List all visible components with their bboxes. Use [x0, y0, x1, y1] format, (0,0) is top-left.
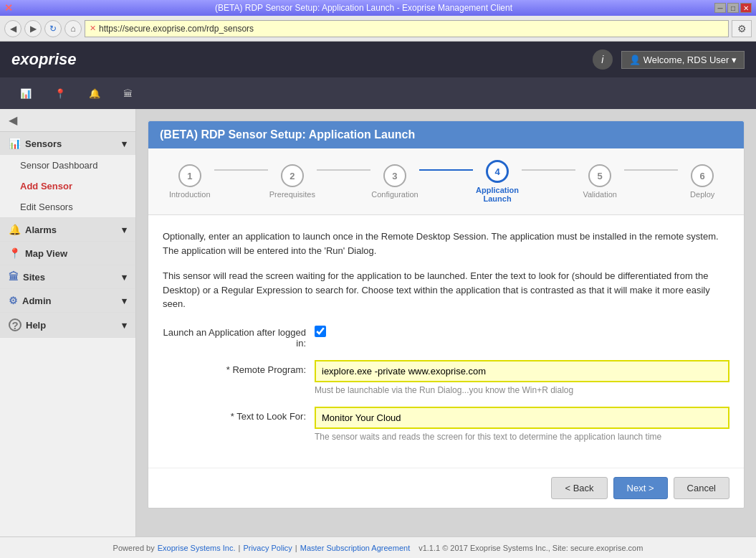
footer-separator-1: |: [239, 544, 241, 552]
forward-button[interactable]: ▶: [24, 20, 42, 37]
sidebar-section-sensors: 📊 Sensors ▾ Sensor Dashboard Add Sensor …: [0, 132, 135, 218]
footer-agreement-link[interactable]: Master Subscription Agreement: [300, 544, 410, 552]
nav-tab-alerts[interactable]: 🔔: [80, 84, 109, 103]
step-line-5-6: [624, 169, 679, 171]
sidebar-section-alarms: 🔔 Alarms ▾: [0, 218, 135, 242]
logo: exoprise: [11, 50, 77, 69]
chevron-sensors-icon: ▾: [122, 138, 127, 149]
step-3-circle: 3: [383, 164, 406, 187]
step-5-circle: 5: [588, 164, 611, 187]
close-button[interactable]: ✕: [740, 3, 752, 13]
step-4-circle: 4: [486, 160, 509, 183]
step-1[interactable]: 1 Introduction: [163, 164, 217, 199]
url-icon: ✕: [90, 24, 96, 33]
next-button[interactable]: Next >: [613, 477, 668, 499]
user-label: Welcome, RDS User ▾: [643, 55, 737, 65]
step-6-circle: 6: [691, 164, 714, 187]
step-line-3-4: [419, 169, 474, 171]
nav-tab-dashboard[interactable]: 📊: [11, 84, 40, 103]
sidebar-admin-label: Admin: [22, 295, 51, 306]
sidebar: ◀ 📊 Sensors ▾ Sensor Dashboard Add Senso…: [0, 109, 136, 536]
maximize-button[interactable]: □: [727, 3, 739, 13]
building-icon: 🏛: [123, 88, 133, 99]
text-to-look-hint: The sensor waits and reads the screen fo…: [315, 432, 729, 442]
window-title: (BETA) RDP Sensor Setup: Application Lau…: [13, 3, 714, 13]
wizard-title: (BETA) RDP Sensor Setup: Application Lau…: [160, 128, 415, 141]
step-5-label: Validation: [583, 190, 617, 199]
footer-separator-2: |: [295, 544, 297, 552]
alerts-icon: 🔔: [89, 88, 100, 99]
step-line-2-3: [317, 169, 371, 171]
settings-button[interactable]: ⚙: [732, 20, 752, 37]
sidebar-map-label: Map View: [25, 248, 67, 259]
sidebar-item-edit-sensors[interactable]: Edit Sensors: [0, 197, 135, 217]
sidebar-header-help[interactable]: ? Help ▾: [0, 313, 135, 337]
info-button[interactable]: i: [593, 49, 613, 70]
content-area: (BETA) RDP Sensor Setup: Application Lau…: [136, 109, 756, 536]
sidebar-item-sensor-dashboard[interactable]: Sensor Dashboard: [0, 155, 135, 176]
main-layout: ◀ 📊 Sensors ▾ Sensor Dashboard Add Senso…: [0, 109, 756, 536]
sidebar-header-sensors[interactable]: 📊 Sensors ▾: [0, 132, 135, 155]
help-icon: ?: [9, 318, 21, 331]
launch-app-label: Launch an Application after logged in:: [163, 323, 306, 349]
sidebar-section-map: 📍 Map View: [0, 242, 135, 265]
back-button[interactable]: ◀: [4, 20, 21, 37]
step-line-4-5: [522, 169, 576, 171]
sensors-icon: 📊: [9, 138, 21, 149]
sidebar-sensors-items: Sensor Dashboard Add Sensor Edit Sensors: [0, 155, 135, 217]
nav-tab-building[interactable]: 🏛: [115, 84, 141, 103]
alarms-icon: 🔔: [9, 224, 21, 235]
sidebar-help-label: Help: [26, 320, 46, 331]
sidebar-header-alarms[interactable]: 🔔 Alarms ▾: [0, 218, 135, 241]
step-6-label: Deploy: [690, 190, 714, 199]
sites-icon: 🏛: [9, 271, 19, 283]
sidebar-back-button[interactable]: ◀: [0, 109, 135, 132]
user-menu-button[interactable]: 👤 Welcome, RDS User ▾: [621, 51, 745, 69]
description-2: This sensor will read the screen waiting…: [163, 269, 729, 311]
chevron-sites-icon: ▾: [122, 272, 127, 283]
step-6[interactable]: 6 Deploy: [675, 164, 729, 199]
step-5[interactable]: 5 Validation: [573, 164, 627, 199]
nav-tab-map[interactable]: 📍: [46, 84, 75, 103]
step-2-circle: 2: [281, 164, 304, 187]
cancel-button[interactable]: Cancel: [674, 477, 729, 499]
wizard-footer: < Back Next > Cancel: [148, 468, 744, 508]
sidebar-header-admin[interactable]: ⚙ Admin ▾: [0, 289, 135, 312]
back-button[interactable]: < Back: [551, 477, 607, 499]
remote-program-label: * Remote Program:: [163, 360, 306, 375]
sidebar-item-add-sensor[interactable]: Add Sensor: [0, 176, 135, 197]
footer-version: v1.1.1 © 2017 Exoprise Systems Inc., Sit…: [418, 544, 643, 552]
refresh-button[interactable]: ↻: [44, 20, 62, 37]
title-bar: ✕ (BETA) RDP Sensor Setup: Application L…: [0, 0, 756, 16]
form-row-remote-program: * Remote Program: Must be launchable via…: [163, 360, 729, 395]
step-2-label: Prerequisites: [269, 190, 315, 199]
step-2[interactable]: 2 Prerequisites: [265, 164, 320, 199]
chevron-alarms-icon: ▾: [122, 224, 127, 235]
chevron-help-icon: ▾: [122, 320, 127, 331]
text-to-look-input[interactable]: [315, 407, 729, 429]
form-row-launch-app: Launch an Application after logged in:: [163, 323, 729, 349]
sidebar-alarms-label: Alarms: [25, 224, 57, 235]
text-to-look-label: * Text to Look For:: [163, 407, 306, 422]
url-bar[interactable]: ✕ https://secure.exoprise.com/rdp_sensor…: [85, 20, 729, 37]
remote-program-input[interactable]: [315, 360, 729, 382]
footer-company-link[interactable]: Exoprise Systems Inc.: [158, 544, 236, 552]
browser-bar: ◀ ▶ ↻ ⌂ ✕ https://secure.exoprise.com/rd…: [0, 16, 756, 42]
step-4[interactable]: 4 Application Launch: [470, 160, 525, 203]
app-header: exoprise i 👤 Welcome, RDS User ▾: [0, 42, 756, 77]
minimize-button[interactable]: ─: [714, 3, 726, 13]
footer-privacy-link[interactable]: Privacy Policy: [243, 544, 292, 552]
wizard-body: Optionally, enter an application to laun…: [148, 215, 744, 468]
launch-app-checkbox[interactable]: [315, 326, 326, 337]
home-button[interactable]: ⌂: [64, 20, 82, 37]
sidebar-section-sites: 🏛 Sites ▾: [0, 265, 135, 289]
form-row-text-to-look: * Text to Look For: The sensor waits and…: [163, 407, 729, 442]
step-3[interactable]: 3 Configuration: [368, 164, 422, 199]
sidebar-header-map[interactable]: 📍 Map View: [0, 242, 135, 265]
page-footer: Powered by Exoprise Systems Inc. | Priva…: [0, 536, 756, 558]
steps-bar: 1 Introduction 2 Prerequisites 3 Configu…: [148, 148, 744, 215]
wizard-panel: (BETA) RDP Sensor Setup: Application Lau…: [148, 120, 745, 509]
sidebar-header-sites[interactable]: 🏛 Sites ▾: [0, 265, 135, 288]
remote-program-hint: Must be launchable via the Run Dialog...…: [315, 385, 729, 395]
step-4-label: Application Launch: [470, 186, 525, 203]
